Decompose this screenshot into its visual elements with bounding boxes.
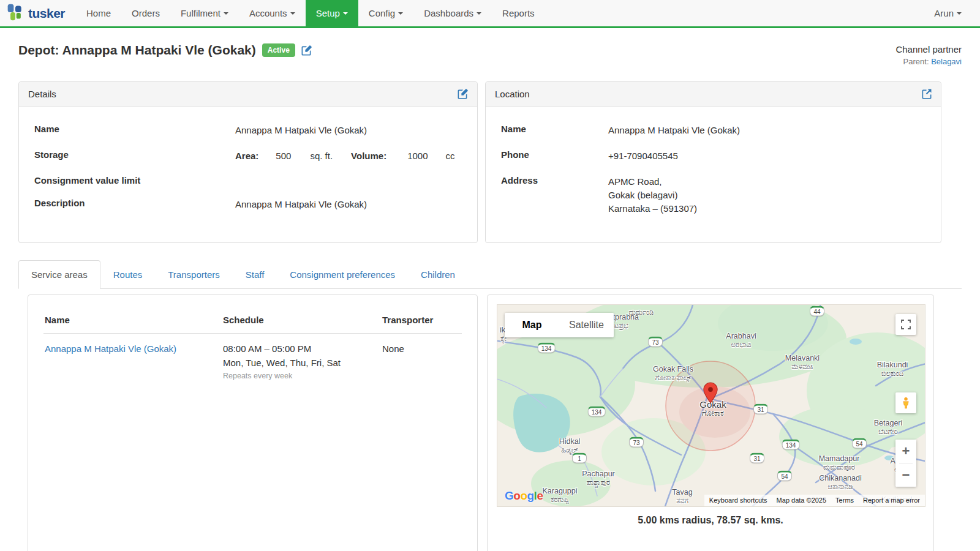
satellite-view-button[interactable]: Satellite bbox=[559, 313, 614, 337]
terms-link[interactable]: Terms bbox=[835, 497, 854, 504]
caret-down-icon bbox=[957, 12, 962, 15]
zoom-out-button[interactable]: − bbox=[895, 463, 916, 487]
keyboard-shortcuts-link[interactable]: Keyboard shortcuts bbox=[709, 497, 767, 504]
schedule-days: Mon, Tue, Wed, Thu, Fri, Sat bbox=[223, 358, 381, 368]
nav-accounts[interactable]: Accounts bbox=[239, 0, 306, 26]
external-link-icon[interactable] bbox=[921, 89, 932, 99]
details-description-row: Description Annappa M Hatpaki Vle (Gokak… bbox=[34, 192, 462, 217]
nav-setup[interactable]: Setup bbox=[306, 0, 358, 26]
user-menu[interactable]: Arun bbox=[916, 0, 980, 26]
status-badge: Active bbox=[262, 43, 295, 57]
road-shield: 134 bbox=[588, 407, 606, 417]
location-address-row: Address APMC Road, Gokak (belagavi) Karn… bbox=[501, 169, 925, 222]
details-name-row: Name Annappa M Hatpaki Vle (Gokak) bbox=[34, 118, 462, 143]
tab-children[interactable]: Children bbox=[408, 260, 468, 289]
page-header: Depot: Annappa M Hatpaki Vle (Gokak) Act… bbox=[18, 43, 962, 81]
map-label-mamadapur: Mamadapurಮಮದಾಪೂರ bbox=[819, 454, 860, 471]
details-consignment-row: Consignment value limit bbox=[34, 169, 462, 192]
caret-down-icon bbox=[398, 12, 403, 15]
caret-down-icon bbox=[224, 12, 228, 15]
map-label-gokak-falls: Gokak Fallsಗೋಕಾಕ ಫಾಲ್ಸ್ bbox=[647, 365, 699, 382]
map-label-karaguppi: Karaguppiಕರಗುಪ್ಪಿ bbox=[543, 487, 578, 504]
location-panel: Location Name Annappa M Hatpaki Vle (Gok… bbox=[485, 81, 941, 243]
column-header-name: Name bbox=[43, 307, 222, 334]
map-marker-icon[interactable] bbox=[702, 382, 719, 407]
road-shield: 73 bbox=[629, 437, 644, 448]
map-label-pachapur: Pachapurಪಾಶ್ಚಾಪುರ bbox=[582, 470, 615, 487]
map-type-control: Map Satellite bbox=[505, 313, 614, 337]
service-area-link[interactable]: Annappa M Hatpaki Vle (Gokak) bbox=[45, 343, 176, 354]
map-label-melavanki: Melavankiಮೆಳವಂಕಿ bbox=[785, 354, 820, 371]
service-areas-card: Name Schedule Transporter Annappa M Hatp… bbox=[28, 294, 478, 551]
caret-down-icon bbox=[343, 12, 348, 15]
column-header-schedule: Schedule bbox=[222, 307, 381, 334]
nav-fulfilment[interactable]: Fulfilment bbox=[170, 0, 239, 26]
details-storage-row: Storage Area:500sq. ft.Volume:1000cc bbox=[34, 143, 462, 169]
parent-link[interactable]: Belagavi bbox=[931, 57, 962, 66]
map-label-hidkal: Hidkalಹಿಡ್ಕಲ್ bbox=[559, 437, 581, 454]
details-panel-title: Details bbox=[28, 89, 56, 99]
column-header-transporter: Transporter bbox=[381, 307, 462, 334]
page-title: Depot: Annappa M Hatpaki Vle (Gokak) bbox=[18, 43, 256, 58]
caret-down-icon bbox=[290, 12, 295, 15]
schedule-time: 08:00 AM – 05:00 PM bbox=[223, 343, 381, 354]
tab-service-areas[interactable]: Service areas bbox=[18, 260, 100, 289]
map-data-label: Map data ©2025 bbox=[777, 497, 827, 504]
tab-consignment-preferences[interactable]: Consignment preferences bbox=[277, 260, 408, 289]
main-nav: Home Orders Fulfilment Accounts Setup Co… bbox=[76, 0, 545, 26]
transporter-value: None bbox=[381, 334, 462, 381]
brand-logo[interactable]: tusker bbox=[0, 0, 76, 26]
service-areas-table: Name Schedule Transporter Annappa M Hatp… bbox=[43, 307, 462, 380]
map-label-arabhavi: Arabhaviಅರಭಾವಿ bbox=[726, 332, 756, 349]
tab-routes[interactable]: Routes bbox=[100, 260, 156, 289]
brand-name: tusker bbox=[28, 6, 65, 21]
zoom-in-button[interactable]: + bbox=[895, 440, 916, 463]
road-shield: 134 bbox=[538, 343, 556, 353]
nav-dashboards[interactable]: Dashboards bbox=[413, 0, 492, 26]
nav-reports[interactable]: Reports bbox=[492, 0, 545, 26]
road-shield: 73 bbox=[648, 337, 663, 347]
nav-config[interactable]: Config bbox=[358, 0, 413, 26]
edit-details-icon[interactable] bbox=[458, 89, 468, 99]
map-label-bilakundi: Bilakundiಬಿಲಕುಂದಿ bbox=[877, 361, 908, 378]
location-panel-title: Location bbox=[495, 89, 530, 99]
google-map[interactable]: ದುರ್ದುಂಡಿ Ghatprabhaಘಟಪ್ರಭ Arabhaviಅರಭಾವ… bbox=[497, 304, 925, 507]
tab-transporters[interactable]: Transporters bbox=[155, 260, 232, 289]
road-shield: 31 bbox=[750, 453, 764, 463]
table-row: Annappa M Hatpaki Vle (Gokak) 08:00 AM –… bbox=[43, 334, 462, 381]
road-shield: 54 bbox=[777, 471, 792, 481]
edit-status-icon[interactable] bbox=[301, 45, 312, 56]
location-name-row: Name Annappa M Hatpaki Vle (Gokak) bbox=[501, 118, 925, 143]
road-shield: 31 bbox=[753, 404, 768, 414]
zoom-control: + − bbox=[895, 440, 916, 487]
map-label-tavag: Tavagತವಗ bbox=[672, 488, 692, 505]
road-shield: 54 bbox=[852, 438, 867, 449]
map-label-betageri: Betageriಬೆಟಗೇರಿ bbox=[874, 419, 903, 436]
map-attribution: Keyboard shortcuts Map data ©2025 Terms … bbox=[704, 495, 925, 506]
parent-row: Parent: Belagavi bbox=[895, 57, 962, 66]
service-area-map-card: ದುರ್ದುಂಡಿ Ghatprabhaಘಟಪ್ರಭ Arabhaviಅರಭಾವ… bbox=[487, 294, 934, 551]
map-label-chikananadi: Chikananadiಚಿಕಾನಾನಡಿ bbox=[819, 474, 862, 491]
google-logo[interactable]: Google bbox=[505, 489, 543, 503]
top-navbar: tusker Home Orders Fulfilment Accounts S… bbox=[0, 0, 980, 28]
nav-home[interactable]: Home bbox=[76, 0, 121, 26]
schedule-note: Repeats every week bbox=[223, 372, 381, 380]
channel-partner-label: Channel partner bbox=[895, 44, 962, 54]
caret-down-icon bbox=[477, 12, 481, 15]
nav-orders[interactable]: Orders bbox=[121, 0, 170, 26]
fullscreen-button[interactable] bbox=[895, 314, 916, 335]
location-phone-row: Phone +91-7090405545 bbox=[501, 143, 925, 169]
road-shield: 134 bbox=[782, 440, 800, 450]
depot-tabs: Service areas Routes Transporters Staff … bbox=[18, 260, 962, 289]
fullscreen-icon bbox=[901, 320, 911, 329]
report-map-error-link[interactable]: Report a map error bbox=[863, 497, 920, 504]
tab-staff[interactable]: Staff bbox=[233, 260, 277, 289]
tusker-logo-icon bbox=[6, 2, 24, 24]
road-shield: 44 bbox=[810, 306, 824, 317]
pegman-icon bbox=[900, 397, 912, 409]
depot-detail-page: tusker Home Orders Fulfilment Accounts S… bbox=[0, 0, 980, 551]
pegman-button[interactable] bbox=[895, 392, 916, 413]
map-view-button[interactable]: Map bbox=[505, 313, 559, 337]
radius-caption: 5.00 kms radius, 78.57 sq. kms. bbox=[497, 515, 924, 526]
road-shield: 1 bbox=[572, 453, 587, 463]
